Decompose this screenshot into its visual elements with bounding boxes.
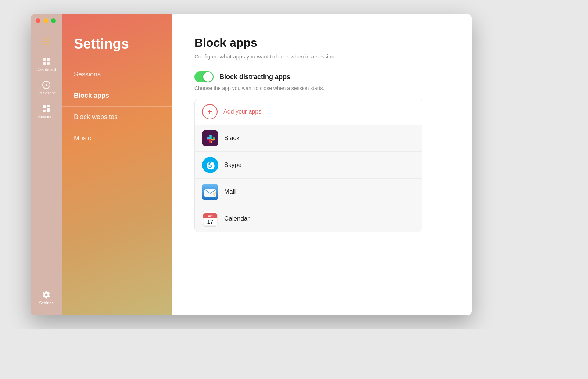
sidebar-item-sessions[interactable]: Sessions	[31, 100, 62, 123]
hamburger-line	[42, 41, 51, 42]
gear-icon	[42, 290, 51, 299]
icon-sidebar: Dashboard Go Serene Sessions	[31, 14, 62, 315]
slack-icon-svg	[205, 133, 216, 144]
slack-app-icon	[202, 130, 218, 146]
plus-icon: +	[208, 108, 212, 116]
dashboard-label: Dashboard	[36, 67, 56, 72]
svg-rect-6	[43, 105, 46, 108]
minimize-button[interactable]	[43, 18, 48, 23]
app-item-slack[interactable]: Slack	[195, 125, 422, 152]
nav-item-sessions[interactable]: Sessions	[62, 64, 172, 85]
svg-rect-2	[43, 62, 46, 65]
hamburger-line	[42, 38, 50, 39]
app-name-mail: Mail	[224, 188, 236, 196]
hamburger-menu-button[interactable]	[42, 32, 51, 53]
play-icon	[42, 81, 51, 89]
apps-list: + Add your apps	[194, 99, 422, 232]
mail-app-icon	[202, 184, 218, 200]
app-item-skype[interactable]: Skype	[195, 152, 422, 179]
app-name-calendar: Calendar	[224, 215, 250, 222]
nav-item-music[interactable]: Music	[62, 128, 172, 149]
choose-apps-label: Choose the app you want to close when a …	[194, 85, 449, 91]
app-item-mail[interactable]: Mail	[195, 179, 422, 205]
sessions-label: Sessions	[38, 114, 55, 119]
settings-title: Settings	[62, 27, 172, 64]
calendar-app-icon: JUN 17	[202, 211, 218, 227]
block-apps-toggle[interactable]	[194, 71, 214, 82]
svg-text:JUN: JUN	[208, 214, 213, 217]
skype-app-icon	[202, 157, 218, 173]
svg-rect-1	[47, 58, 50, 61]
add-apps-label: Add your apps	[223, 108, 261, 115]
settings-nav-panel: Settings Sessions Block apps Block websi…	[62, 14, 172, 315]
svg-rect-0	[43, 58, 46, 61]
svg-rect-9	[47, 108, 50, 112]
sessions-icon	[42, 104, 51, 113]
skype-icon-svg	[205, 160, 215, 170]
calendar-icon-svg: JUN 17	[202, 211, 218, 227]
icon-sidebar-bottom: Settings	[31, 286, 62, 310]
page-subtitle: Configure what apps you want to block wh…	[194, 53, 449, 60]
page-title: Block apps	[194, 36, 449, 50]
sidebar-item-go-serene[interactable]: Go Serene	[31, 76, 62, 100]
add-apps-button[interactable]: + Add your apps	[195, 99, 422, 125]
sidebar-item-settings[interactable]: Settings	[31, 286, 62, 310]
sidebar-item-dashboard[interactable]: Dashboard	[31, 53, 62, 76]
svg-text:17: 17	[207, 218, 214, 225]
maximize-button[interactable]	[51, 18, 56, 23]
go-serene-label: Go Serene	[36, 91, 56, 95]
toggle-knob	[203, 72, 213, 82]
app-name-slack: Slack	[224, 135, 240, 142]
toggle-label: Block distracting apps	[219, 73, 290, 81]
settings-label: Settings	[39, 301, 54, 305]
app-item-calendar[interactable]: JUN 17 Calendar	[195, 205, 422, 232]
svg-marker-5	[46, 83, 48, 86]
svg-rect-7	[47, 105, 50, 107]
svg-rect-3	[47, 62, 50, 65]
close-button[interactable]	[36, 18, 40, 23]
mail-icon-svg	[202, 184, 218, 200]
toggle-row: Block distracting apps	[194, 71, 449, 82]
hamburger-line	[43, 44, 50, 45]
app-window: Dashboard Go Serene Sessions	[31, 14, 472, 315]
svg-rect-8	[43, 110, 46, 112]
add-icon-circle: +	[202, 104, 218, 119]
dashboard-icon	[42, 57, 51, 66]
nav-item-block-apps[interactable]: Block apps	[62, 85, 172, 106]
titlebar	[31, 14, 472, 27]
nav-item-block-websites[interactable]: Block websites	[62, 106, 172, 128]
main-content: Block apps Configure what apps you want …	[172, 14, 472, 315]
app-name-skype: Skype	[224, 161, 241, 169]
